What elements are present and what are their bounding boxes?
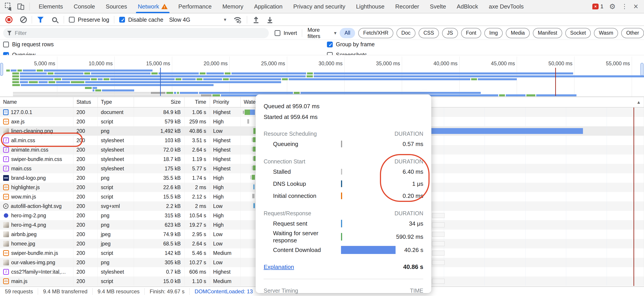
panel-tab[interactable]: Privacy and security <box>288 0 351 13</box>
overview-right-handle[interactable] <box>640 63 644 76</box>
column-header-name[interactable]: Name <box>0 97 73 107</box>
preserve-log-checkbox[interactable]: Preserve log <box>69 16 109 23</box>
request-status: 200 <box>76 119 85 125</box>
inspect-element-icon[interactable] <box>5 3 12 10</box>
request-name: animate.min.css <box>11 147 48 153</box>
request-priority: High <box>213 175 224 181</box>
column-header-priority[interactable]: Priority <box>210 97 240 107</box>
issues-badge[interactable]: × 1 <box>592 3 603 10</box>
panel-tab[interactable]: Performance <box>173 0 217 13</box>
panel-tab-label: AdBlock <box>457 3 478 10</box>
overview-waterfall-bar <box>20 81 28 83</box>
more-filters-dropdown[interactable]: More filters ▾ <box>308 27 336 39</box>
timeline-tick-label: 40,000 ms <box>415 60 458 66</box>
request-status: 200 <box>76 175 85 181</box>
request-time: 259 ms <box>190 119 206 125</box>
divider <box>64 16 64 24</box>
checkbox[interactable] <box>69 17 75 22</box>
chip-label: Img <box>489 30 498 36</box>
panel-tab[interactable]: AdBlock <box>452 0 484 13</box>
panel-tab[interactable]: Sources <box>100 0 132 13</box>
clear-button[interactable] <box>20 16 27 23</box>
checkbox[interactable] <box>274 30 280 36</box>
request-type-chip[interactable]: Other <box>621 28 644 38</box>
request-type-chip[interactable]: CSS <box>418 28 439 38</box>
request-type: png <box>101 175 109 181</box>
checkbox[interactable] <box>327 42 333 48</box>
panel-tab[interactable]: Application <box>249 0 288 13</box>
column-header-size[interactable]: Size <box>134 97 184 107</box>
column-header-status[interactable]: Status <box>73 97 98 107</box>
scroll-up-icon[interactable]: ▲ <box>636 100 641 105</box>
request-size: 74.9 kB <box>163 232 181 238</box>
disable-cache-checkbox[interactable]: Disable cache <box>119 16 163 23</box>
record-button[interactable] <box>5 16 12 23</box>
column-header-time[interactable]: Time <box>184 97 210 107</box>
panel-tab[interactable]: axe DevTools <box>484 0 529 13</box>
overview-waterfall-bar <box>478 78 517 80</box>
request-name: wow.min.js <box>11 194 36 200</box>
checkbox[interactable] <box>3 42 9 48</box>
panel-tab[interactable]: Recorder <box>390 0 424 13</box>
network-conditions-icon[interactable] <box>233 16 242 24</box>
request-type-chip[interactable]: Img <box>484 28 503 38</box>
throttling-select[interactable]: Slow 4G ▾ <box>169 16 226 23</box>
panel-tab[interactable]: Elements <box>33 0 68 13</box>
request-type-chip[interactable]: Socket <box>565 28 591 38</box>
request-type-chip[interactable]: Media <box>506 28 530 38</box>
overview-waterfall-bar <box>91 78 97 80</box>
request-time: 5.46 s <box>192 250 206 256</box>
invert-checkbox[interactable]: Invert <box>274 30 297 36</box>
request-name: our-values-img.png <box>11 260 55 266</box>
import-har-icon[interactable] <box>252 16 260 24</box>
request-name: autofill-action-light.svg <box>11 203 62 209</box>
request-type-chip[interactable]: All <box>340 28 355 38</box>
request-status: 200 <box>76 222 85 228</box>
kebab-menu-icon[interactable]: ⋮ <box>622 3 628 10</box>
panel-tab[interactable]: Console <box>68 0 100 13</box>
big-request-rows-checkbox[interactable]: Big request rows <box>3 41 54 48</box>
image-icon <box>3 232 9 237</box>
dot-icon <box>4 213 8 218</box>
overview-left-handle[interactable] <box>0 63 3 76</box>
explanation-link[interactable]: Explanation <box>264 264 294 270</box>
export-har-icon[interactable] <box>266 16 274 24</box>
close-icon[interactable]: × <box>634 2 638 10</box>
overview-timeline[interactable]: 5,000 ms10,000 ms15,000 ms20,000 ms25,00… <box>0 55 644 97</box>
request-size: 72.0 kB <box>163 147 181 153</box>
panel-tab[interactable]: Memory <box>217 0 249 13</box>
filter-input[interactable]: Filter <box>3 28 269 38</box>
search-icon[interactable] <box>52 17 57 22</box>
filter-toggle-icon[interactable] <box>37 17 44 22</box>
overview-waterfall-bar <box>13 94 200 96</box>
request-type-chip[interactable]: JS <box>442 28 458 38</box>
request-name: css2?family=Inter:ital,… <box>11 269 66 275</box>
request-priority: Highest <box>213 109 230 115</box>
overview-waterfall-bar <box>18 70 22 72</box>
panel-tab[interactable]: Svelte <box>424 0 451 13</box>
panel-tab[interactable]: Network ! <box>132 0 173 13</box>
overview-waterfall-bar <box>20 72 47 74</box>
chip-label: Font <box>466 30 476 36</box>
device-toolbar-icon[interactable] <box>18 3 25 10</box>
panel-tab-label: Recorder <box>395 3 419 10</box>
request-priority: Low <box>213 260 222 266</box>
request-size: 103 kB <box>164 138 181 144</box>
column-header-type[interactable]: Type <box>98 97 134 107</box>
request-size: 35.5 kB <box>163 175 181 181</box>
request-type-chip[interactable]: Doc <box>396 28 416 38</box>
group-by-frame-checkbox[interactable]: Group by frame <box>327 41 375 48</box>
svg-icon <box>3 204 8 209</box>
request-type: script <box>101 184 113 190</box>
settings-gear-icon[interactable]: ⚙ <box>609 3 616 10</box>
timeline-tick-label: 50,000 ms <box>530 60 572 66</box>
request-type-chip[interactable]: Wasm <box>594 28 618 38</box>
request-type-chip[interactable]: Manifest <box>533 28 562 38</box>
request-time: 2.64 s <box>192 147 206 153</box>
timing-row: Content Download 40.26 s <box>264 244 423 256</box>
request-type-chip[interactable]: Fetch/XHR <box>358 28 393 38</box>
panel-tab[interactable]: Lighthouse <box>350 0 390 13</box>
checkbox[interactable] <box>119 17 125 22</box>
request-status: 200 <box>76 260 85 266</box>
request-type-chip[interactable]: Font <box>461 28 481 38</box>
